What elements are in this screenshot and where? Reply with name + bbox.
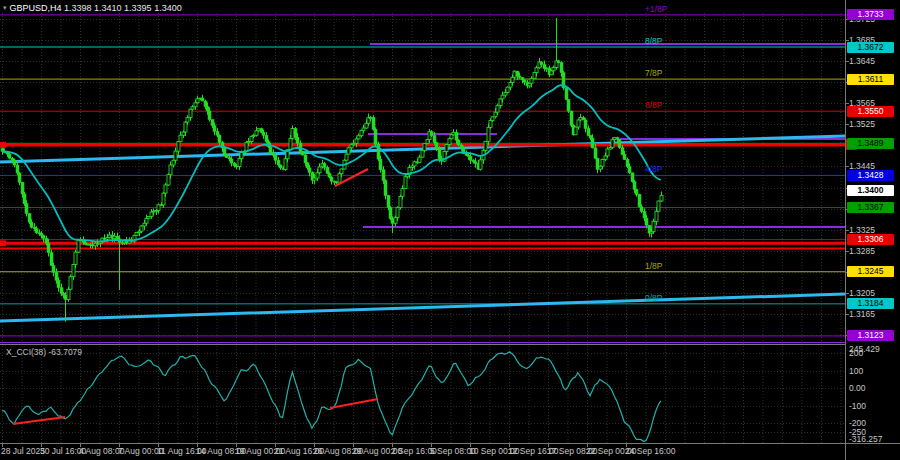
price-scale-label[interactable]: 1.3645 bbox=[849, 57, 875, 66]
murrey-level-label: 6/8P bbox=[645, 101, 663, 110]
cci-scale-label[interactable]: 200 bbox=[849, 349, 863, 358]
murrey-price-badge: 1.3306 bbox=[847, 234, 894, 245]
murrey-level-label: 8/8P bbox=[645, 37, 663, 46]
price-scale-label[interactable]: 1.3165 bbox=[849, 310, 875, 319]
main-chart-svg[interactable] bbox=[0, 0, 900, 460]
time-scale-label[interactable]: 24 Sep 16:00 bbox=[625, 447, 676, 456]
cci-scale-label[interactable]: 0.00 bbox=[849, 384, 866, 393]
murrey-level-label: 0/8P bbox=[645, 294, 663, 303]
price-scale-label[interactable]: 1.3205 bbox=[849, 289, 875, 298]
murrey-price-badge: 1.3245 bbox=[847, 266, 894, 277]
murrey-price-badge: 1.3428 bbox=[847, 170, 894, 181]
price-scale-label[interactable]: 1.3285 bbox=[849, 247, 875, 256]
symbol-period-label: GBPUSD,H4 bbox=[10, 3, 62, 13]
time-scale-label[interactable]: 28 Jul 2025 bbox=[1, 447, 45, 456]
murrey-price-badge: 1.3611 bbox=[847, 74, 894, 85]
murrey-price-badge: 1.3489 bbox=[847, 138, 894, 149]
price-scale-label[interactable]: 1.3525 bbox=[849, 120, 875, 129]
ohlc-values: 1.3398 1.3410 1.3395 1.3400 bbox=[64, 3, 182, 13]
murrey-price-badge: 1.3550 bbox=[847, 106, 894, 117]
cci-scale-label[interactable]: 100 bbox=[849, 367, 863, 376]
murrey-price-badge: 1.3367 bbox=[847, 202, 894, 213]
current-price-badge: 1.3400 bbox=[847, 185, 894, 196]
murrey-price-badge: 1.3184 bbox=[847, 298, 894, 309]
indicator-name-label: X_CCI(38) -63.7079 bbox=[6, 347, 82, 357]
murrey-level-label: 4/8P bbox=[645, 165, 663, 174]
murrey-level-label: 7/8P bbox=[645, 69, 663, 78]
murrey-level-label: +1/8P bbox=[645, 5, 667, 14]
cci-scale-label[interactable]: -316.257 bbox=[849, 435, 883, 444]
murrey-price-badge: 1.3733 bbox=[847, 9, 894, 20]
cci-scale-label[interactable]: -100 bbox=[849, 402, 866, 411]
murrey-level-label: 1/8P bbox=[645, 262, 663, 271]
chart-window: ▾GBPUSD,H4 1.3398 1.3410 1.3395 1.3400 X… bbox=[0, 0, 900, 460]
murrey-price-badge: 1.3123 bbox=[847, 330, 894, 341]
chart-dropdown-icon[interactable]: ▾ bbox=[3, 4, 7, 11]
murrey-price-badge: 1.3672 bbox=[847, 42, 894, 53]
chart-title: ▾GBPUSD,H4 1.3398 1.3410 1.3395 1.3400 bbox=[3, 2, 182, 14]
